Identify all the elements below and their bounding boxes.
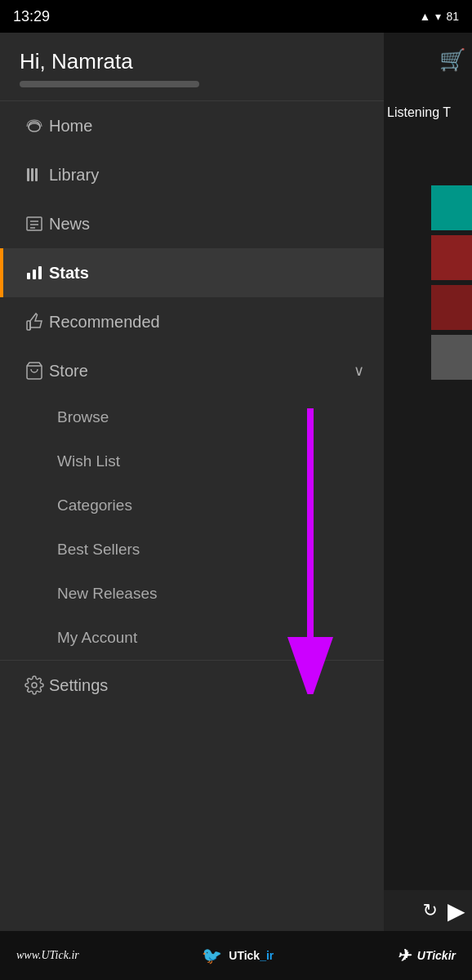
send-icon: ✈ <box>397 946 411 965</box>
svg-rect-1 <box>27 168 29 181</box>
svg-rect-11 <box>27 321 30 330</box>
bottom-bar: www.UTick.ir 🐦 UTick_ir ✈ UTickir <box>0 931 472 980</box>
svg-rect-8 <box>27 273 30 279</box>
news-icon <box>20 214 49 234</box>
sidebar-item-myaccount[interactable]: My Account <box>0 616 384 660</box>
wishlist-label: Wish List <box>57 452 120 470</box>
svg-rect-10 <box>38 266 42 279</box>
library-label: Library <box>49 166 364 185</box>
thumbsup-icon <box>20 312 49 332</box>
newreleases-label: New Releases <box>57 585 158 603</box>
sidebar-item-categories[interactable]: Categories <box>0 483 384 528</box>
svg-rect-3 <box>35 168 38 181</box>
wifi-icon: ▾ <box>435 10 441 23</box>
right-panel: 🛒 Listening T <box>384 33 472 931</box>
rewind-button[interactable]: ↺ <box>423 900 438 921</box>
drawer-header: Hi, Namrata <box>0 33 384 101</box>
bestsellers-label: Best Sellers <box>57 541 140 559</box>
color-block-gray <box>431 335 472 380</box>
sidebar-item-wishlist[interactable]: Wish List <box>0 439 384 483</box>
status-bar: 13:29 ▲ ▾ 81 <box>0 0 472 33</box>
color-block-red2 <box>431 285 472 330</box>
listening-text: Listening T <box>384 105 451 120</box>
stats-label: Stats <box>49 264 364 283</box>
sidebar-item-bestsellers[interactable]: Best Sellers <box>0 528 384 572</box>
sidebar-item-newreleases[interactable]: New Releases <box>0 572 384 616</box>
status-icons: ▲ ▾ 81 <box>420 10 459 23</box>
categories-label: Categories <box>57 497 132 514</box>
bottom-center-main: UTick_ir <box>229 949 274 962</box>
drawer: Hi, Namrata Home <box>0 33 384 931</box>
store-cart-icon <box>20 361 49 381</box>
myaccount-label: My Account <box>57 629 137 647</box>
status-time: 13:29 <box>13 8 50 25</box>
library-icon <box>20 165 49 185</box>
bottom-www-text: www.UTick.ir <box>16 949 79 962</box>
news-label: News <box>49 215 364 234</box>
user-info-bar <box>20 81 199 87</box>
nav-bottom: Settings <box>0 660 384 710</box>
sidebar-item-recommended[interactable]: Recommended <box>0 297 384 346</box>
home-icon <box>20 116 49 136</box>
color-block-teal <box>431 185 472 230</box>
store-label: Store <box>49 362 354 381</box>
gear-icon <box>20 675 49 695</box>
sidebar-item-settings[interactable]: Settings <box>0 661 384 710</box>
bottom-right-brand: ✈ UTickir <box>397 946 456 965</box>
svg-point-13 <box>32 683 37 688</box>
stats-icon <box>20 263 49 283</box>
playback-controls: ↺ ▶ <box>384 890 472 931</box>
sidebar-item-home[interactable]: Home <box>0 101 384 150</box>
sidebar-item-stats[interactable]: Stats <box>0 248 384 297</box>
sidebar-item-browse[interactable]: Browse <box>0 395 384 439</box>
color-block-red1 <box>431 235 472 280</box>
browse-label: Browse <box>57 408 109 426</box>
settings-label: Settings <box>49 676 364 695</box>
bottom-left-brand: www.UTick.ir <box>16 949 79 962</box>
home-label: Home <box>49 117 364 136</box>
svg-point-0 <box>29 123 40 131</box>
signal-icon: ▲ <box>420 10 431 23</box>
cart-icon-top[interactable]: 🛒 <box>439 47 465 73</box>
recommended-label: Recommended <box>49 313 364 332</box>
greeting-text: Hi, Namrata <box>20 49 364 74</box>
nav-list: Home Library Ne <box>0 101 384 931</box>
bottom-right-main: UTickir <box>417 949 456 962</box>
svg-rect-2 <box>31 168 33 181</box>
sidebar-item-store[interactable]: Store ∨ <box>0 346 384 395</box>
svg-rect-9 <box>33 270 36 279</box>
battery-icon: 81 <box>446 10 459 23</box>
store-chevron-icon: ∨ <box>354 362 364 380</box>
sidebar-item-library[interactable]: Library <box>0 150 384 199</box>
bottom-center-brand: 🐦 UTick_ir <box>202 946 274 965</box>
twitter-icon: 🐦 <box>202 946 222 965</box>
sidebar-item-news[interactable]: News <box>0 199 384 248</box>
play-button[interactable]: ▶ <box>448 898 465 924</box>
